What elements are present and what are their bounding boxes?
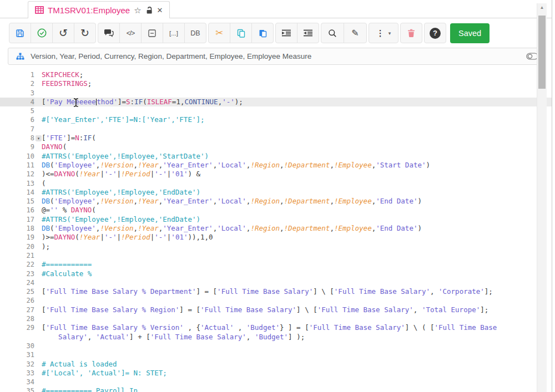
line-number: 17 bbox=[0, 215, 34, 224]
code-text: #=========== bbox=[34, 260, 92, 268]
line-number: 19 bbox=[0, 233, 34, 242]
toolbar-group-edit: </> [...] DB bbox=[98, 23, 206, 43]
code-text: #=========== Payroll In bbox=[34, 386, 138, 392]
paste-button[interactable] bbox=[251, 23, 274, 43]
line-number: 32 bbox=[0, 360, 34, 369]
paste-clipboard-icon bbox=[259, 29, 267, 38]
tab-tm1srv01-employee[interactable]: TM1SRV01:Employee ☆ ✕ bbox=[28, 1, 170, 18]
help-button[interactable]: ? bbox=[424, 23, 446, 43]
outdent-icon bbox=[303, 29, 313, 37]
code-text bbox=[34, 350, 42, 359]
toolbar-group-file: ↺ ↻ bbox=[9, 23, 96, 43]
undo-button[interactable]: ↺ bbox=[52, 23, 74, 43]
favorite-star-icon[interactable]: ☆ bbox=[134, 6, 141, 14]
code-line: 19)>=DAYNO(!Year|'-'|!Period|'-'|'01')),… bbox=[0, 233, 552, 242]
code-rows: 1SKIPCHECK;2FEEDSTRINGS;34['Pay Meeeeeet… bbox=[0, 67, 552, 392]
line-number: 33 bbox=[0, 369, 34, 378]
line-number: 10 bbox=[0, 152, 34, 161]
unlock-icon[interactable] bbox=[145, 6, 153, 14]
toolbar-group-more: ⋮ ▾ bbox=[369, 23, 398, 43]
code-line: 34 bbox=[0, 378, 552, 386]
code-line: 25['Full Time Base Salary % Department']… bbox=[0, 287, 552, 296]
code-line: 33#['Local', 'Actual']= N: STET; bbox=[0, 369, 552, 378]
dimension-bar[interactable]: Version, Year, Period, Currency, Region,… bbox=[8, 48, 547, 65]
outdent-button[interactable] bbox=[297, 23, 319, 43]
validate-button[interactable] bbox=[31, 23, 53, 43]
code-line: 6#['Year_Enter','FTE']=N:['Year','FTE']; bbox=[0, 115, 552, 124]
code-text bbox=[34, 296, 42, 304]
db-icon: DB bbox=[190, 29, 200, 37]
code-text: ['Full Time Base Salary % Version' , {'A… bbox=[34, 323, 497, 332]
code-line: 32# Actual is loaded bbox=[0, 360, 552, 369]
brackets-button[interactable]: [...] bbox=[163, 23, 185, 43]
code-line: 21 bbox=[0, 251, 552, 260]
scrollbar-thumb[interactable] bbox=[538, 16, 546, 89]
db-button[interactable]: DB bbox=[184, 23, 206, 43]
line-number: 22 bbox=[0, 260, 34, 269]
code-text bbox=[34, 89, 42, 97]
code-text bbox=[34, 106, 42, 115]
line-number: 3 bbox=[0, 89, 34, 98]
toolbar-group-indent bbox=[275, 23, 319, 43]
line-number: 7 bbox=[0, 125, 34, 134]
code-text: FEEDSTRINGS; bbox=[34, 79, 92, 88]
code-line: 5 bbox=[0, 106, 552, 115]
line-number: 8 bbox=[0, 134, 34, 142]
pencil-icon: ✎ bbox=[351, 28, 359, 38]
line-number: 5 bbox=[0, 106, 34, 115]
save-button[interactable] bbox=[9, 23, 31, 43]
edit-button[interactable]: ✎ bbox=[344, 23, 367, 43]
code-view-button[interactable]: </> bbox=[119, 23, 142, 43]
code-text: #['Year_Enter','FTE']=N:['Year','FTE']; bbox=[34, 115, 205, 124]
line-number: 2 bbox=[0, 79, 34, 88]
code-line: 24 bbox=[0, 278, 552, 287]
save-floppy-icon bbox=[16, 29, 24, 38]
redo-button[interactable]: ↻ bbox=[74, 23, 96, 43]
code-text: #ATTRS('Employee',!Employee,'EndDate') bbox=[34, 215, 200, 223]
collapse-button[interactable] bbox=[141, 23, 163, 43]
code-line: 22#=========== bbox=[0, 260, 552, 269]
comment-button[interactable] bbox=[98, 23, 120, 43]
editor-scrollbar[interactable]: ▲ bbox=[537, 3, 547, 392]
code-text bbox=[34, 342, 42, 350]
fold-marker-icon[interactable]: ▾ bbox=[36, 135, 42, 141]
line-number: 23 bbox=[0, 269, 34, 278]
toolbar-group-delete bbox=[400, 23, 422, 43]
close-icon[interactable]: ✕ bbox=[157, 7, 163, 14]
code-line: 12)<=DAYNO(!Year|'-'|!Period|'-'|'01') & bbox=[0, 170, 552, 179]
line-number: 1 bbox=[0, 70, 34, 79]
line-number: 35 bbox=[0, 386, 34, 392]
line-number: 18 bbox=[0, 224, 34, 233]
line-number: 13 bbox=[0, 179, 34, 188]
indent-button[interactable] bbox=[275, 23, 297, 43]
code-text: #['Local', 'Actual']= N: STET; bbox=[34, 369, 167, 377]
delete-button[interactable] bbox=[400, 23, 422, 43]
code-line: 15DB('Employee',!Version,!Year,'Year_Ent… bbox=[0, 197, 552, 206]
toolbar: ↺ ↻ </> bbox=[0, 18, 552, 48]
more-options-button[interactable]: ⋮ ▾ bbox=[369, 23, 398, 43]
code-line: 17#ATTRS('Employee',!Employee,'EndDate') bbox=[0, 215, 552, 224]
code-text: )<=DAYNO(!Year|'-'|!Period|'-'|'01') & bbox=[34, 170, 200, 178]
code-line: 28 bbox=[0, 314, 552, 323]
code-line: 14#ATTRS('Employee',!Employee,'EndDate') bbox=[0, 188, 552, 197]
line-number: 15 bbox=[0, 197, 34, 206]
indent-icon bbox=[281, 29, 291, 37]
code-line: 20); bbox=[0, 242, 552, 251]
chevron-down-icon: ▾ bbox=[389, 30, 391, 36]
saved-button[interactable]: Saved bbox=[450, 23, 490, 43]
code-text bbox=[34, 278, 42, 287]
rule-editor[interactable]: 1SKIPCHECK;2FEEDSTRINGS;34['Pay Meeeeeet… bbox=[0, 67, 552, 392]
search-button[interactable] bbox=[321, 23, 344, 43]
cut-button[interactable]: ✂ bbox=[208, 23, 230, 43]
code-text: ['Full Time Base Salary % Department'] =… bbox=[34, 287, 493, 296]
scroll-up-arrow[interactable]: ▲ bbox=[537, 5, 547, 10]
copy-button[interactable] bbox=[230, 23, 252, 43]
code-text: DAYNO( bbox=[34, 142, 67, 151]
cube-grid-icon bbox=[35, 6, 44, 14]
undo-icon: ↺ bbox=[59, 27, 68, 39]
trash-icon bbox=[407, 29, 415, 38]
redo-icon: ↻ bbox=[80, 27, 89, 39]
dimension-list: Version, Year, Period, Currency, Region,… bbox=[31, 52, 520, 60]
tab-title: TM1SRV01:Employee bbox=[48, 6, 130, 15]
line-number: 21 bbox=[0, 251, 34, 260]
